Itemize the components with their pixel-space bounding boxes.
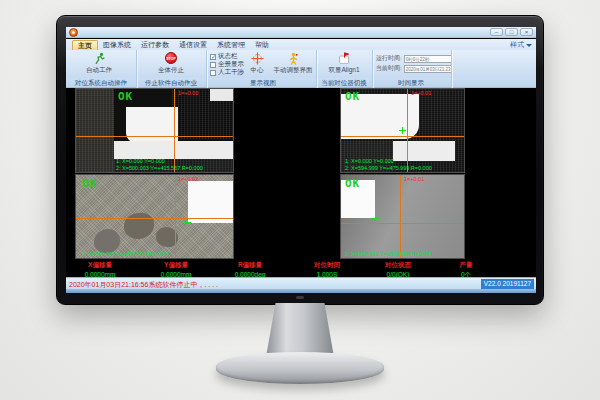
measurement-label: 对位时间 — [314, 261, 340, 270]
close-button[interactable]: × — [520, 28, 533, 36]
manual-adjust-button[interactable]: 手动调整界面 — [268, 51, 318, 77]
stop-sign-glyph: STOP — [165, 52, 177, 64]
dual-display-align-button[interactable]: 双显Align1 — [319, 51, 369, 77]
camera2-coord-line2: 2: X=500.003 Y=+477.563 R=0.003 — [82, 251, 169, 258]
camera3-coord-line2: 2: X=594.999 Y=+475.999 R=0.000 — [345, 165, 432, 172]
camera1-coordinates: 1: X=0.000 Y=0.000 2: X=500.003 Y=+415.5… — [116, 158, 203, 171]
measurement-y-offset: Y偏移量 0.0000mm — [161, 261, 192, 278]
measurement-label: Y偏移量 — [161, 261, 192, 270]
camera3-status-ok: OK — [345, 90, 360, 103]
crosshair-horizontal-line — [76, 136, 233, 137]
style-dropdown-label: 样式 — [510, 40, 524, 50]
run-time-field: 运行时间: 0时0分22秒 — [376, 54, 452, 63]
fiducial-cross-icon — [399, 127, 406, 134]
center-button-label: 中心 — [251, 66, 264, 73]
window-bottom-border — [66, 289, 536, 293]
camera4-readout: 1=+0.01 — [404, 176, 424, 182]
stop-all-label: 全体停止 — [158, 66, 184, 73]
checkbox-unchecked-icon — [210, 70, 216, 76]
camera1-texture-strip — [76, 89, 114, 173]
ribbon-separator — [206, 50, 207, 88]
run-time-input[interactable]: 0时0分22秒 — [404, 55, 452, 63]
title-bar: – □ × — [66, 27, 536, 38]
measurement-r-offset: R偏移量 0.0000deg — [235, 261, 266, 278]
camera1-panel-corner-shape — [126, 107, 178, 143]
measurement-label: R偏移量 — [235, 261, 266, 270]
auto-work-label: 自动工作 — [86, 66, 112, 73]
monitor-stand-neck — [266, 303, 334, 357]
tab-communication-settings[interactable]: 通信设置 — [174, 40, 212, 50]
running-man-icon — [72, 52, 126, 66]
current-time-label: 当前时间: — [376, 64, 402, 73]
group-label-auto-operation: 对位系统自动操作 — [75, 79, 127, 88]
window-controls: – □ × — [490, 28, 533, 36]
group-label-aligner-switch: 当前对位器切换 — [321, 79, 367, 88]
checkbox-unchecked-icon — [210, 62, 216, 68]
crosshair-horizontal-line — [341, 223, 464, 224]
status-bar: 2020年01月03日21:16:56系统软件停止中，. . . . V22.0… — [66, 277, 536, 289]
measurement-strip: X偏移量 0.0000mm Y偏移量 0.0000mm R偏移量 0.0000d… — [66, 261, 536, 277]
crosshair-horizontal-line — [76, 218, 233, 219]
manual-intervention-checkbox[interactable]: 人工干涉 — [210, 68, 244, 77]
center-button[interactable]: 中心 — [244, 51, 270, 77]
checkbox-checked-icon: ✓ — [210, 54, 216, 60]
run-time-label: 运行时间: — [376, 54, 402, 63]
chevron-down-icon — [526, 44, 532, 47]
camera-view-2[interactable]: OK 1=+0.02 2: X=500.003 Y=+477.563 R=0.0… — [75, 174, 234, 259]
tab-image-system[interactable]: 图像系统 — [98, 40, 136, 50]
flag-monitor-icon — [319, 52, 369, 66]
camera1-readout: 1=+0.00 — [178, 90, 198, 96]
tab-system-management[interactable]: 系统管理 — [212, 40, 250, 50]
ribbon-separator — [136, 50, 137, 88]
camera1-coord-line2: 2: X=500.003 Y=+415.567 R=0.000 — [116, 165, 203, 172]
group-label-time-display: 时间显示 — [398, 79, 424, 88]
crosshair-horizontal-line — [341, 136, 464, 137]
camera4-coord-line2: 2: X=605.999 Y=+540.098 R=0.005 — [345, 251, 432, 258]
measurement-label: 对位状态 — [385, 261, 411, 270]
measurement-align-status: 对位状态 0/0(OK) — [385, 261, 411, 278]
fiducial-cross-icon — [184, 219, 191, 226]
camera1-bright-corner — [210, 89, 234, 101]
ribbon-separator — [316, 50, 317, 88]
crosshair-vertical-line — [400, 175, 401, 258]
camera2-readout: 1=+0.02 — [178, 176, 198, 182]
group-label-display-view: 显示视图 — [250, 79, 276, 88]
current-time-field: 当前时间: 2020年01月03日21:23:42 — [376, 64, 452, 73]
camera1-status-ok: OK — [118, 90, 133, 103]
tab-home[interactable]: 主页 — [72, 40, 98, 50]
measurement-label: 产量 — [460, 261, 473, 270]
camera4-coordinates: 2: X=605.999 Y=+540.098 R=0.005 — [345, 251, 432, 258]
camera4-status-ok: OK — [345, 177, 360, 190]
auto-work-button[interactable]: 自动工作 — [72, 51, 126, 77]
tab-run-parameters[interactable]: 运行参数 — [136, 40, 174, 50]
manual-adjust-label: 手动调整界面 — [274, 66, 313, 73]
camera-view-4[interactable]: OK 1=+0.01 2: X=605.999 Y=+540.098 R=0.0… — [340, 174, 465, 259]
stop-sign-icon: STOP — [144, 52, 198, 66]
camera-view-1[interactable]: OK 1=+0.00 1: X=0.000 Y=0.000 2: X=500.0… — [75, 88, 234, 173]
measurement-label: X偏移量 — [85, 261, 116, 270]
ribbon-separator — [372, 50, 373, 88]
tab-help[interactable]: 帮助 — [250, 40, 274, 50]
ribbon-separator — [451, 50, 452, 88]
monitor-stand-base — [216, 352, 384, 384]
camera2-coordinates: 2: X=500.003 Y=+477.563 R=0.003 — [82, 251, 169, 258]
camera-view-3[interactable]: OK 1=+0.01 1: X=0.000 Y=0.000 2: X=594.9… — [340, 88, 465, 173]
dual-display-align-label: 双显Align1 — [328, 66, 359, 73]
camera2-status-ok: OK — [82, 177, 97, 190]
menu-bar: 主页 图像系统 运行参数 通信设置 系统管理 帮助 样式 — [66, 39, 536, 50]
crosshair-vertical-line — [175, 175, 176, 258]
stop-all-button[interactable]: STOP 全体停止 — [144, 51, 198, 77]
app-logo-icon — [69, 28, 78, 37]
camera3-readout: 1=+0.01 — [411, 90, 431, 96]
current-time-input[interactable]: 2020年01月03日21:23:42 — [404, 65, 452, 73]
style-dropdown[interactable]: 样式 — [510, 40, 532, 50]
manual-intervention-checkbox-label: 人工干涉 — [218, 68, 244, 77]
camera2-blob-shape — [94, 229, 120, 253]
measurement-align-time: 对位时间 1.000S — [314, 261, 340, 278]
monitor-screen: – □ × 主页 图像系统 运行参数 通信设置 系统管理 帮助 样式 自动工作 … — [66, 27, 536, 293]
camera2-bright-square — [188, 181, 234, 223]
group-label-stop-operation: 停止软件自动作业 — [145, 79, 197, 88]
maximize-button[interactable]: □ — [505, 28, 518, 36]
minimize-button[interactable]: – — [490, 28, 503, 36]
crosshair-target-icon — [244, 52, 270, 66]
